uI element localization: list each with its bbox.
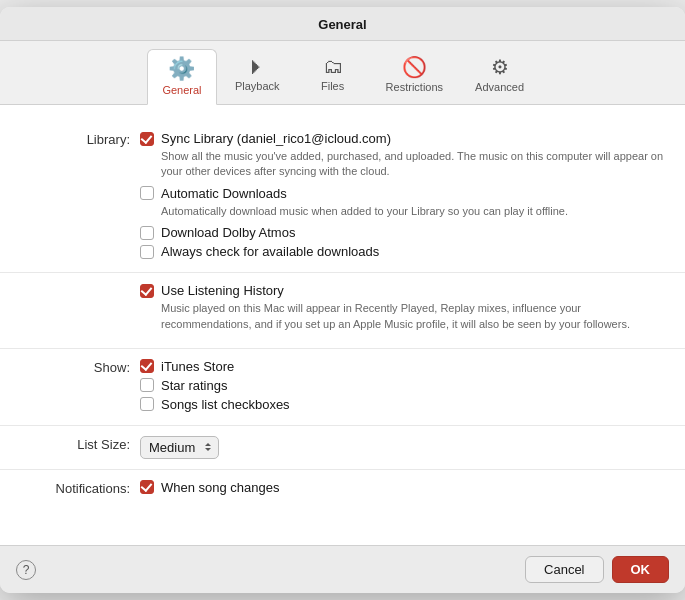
- show-row: Show: iTunes Store Star ratings Songs li…: [0, 355, 685, 419]
- listening-label: [20, 283, 140, 284]
- library-label: Library:: [20, 131, 140, 147]
- library-section: Library: Sync Library (daniel_rico1@iclo…: [0, 121, 685, 273]
- button-group: Cancel OK: [525, 556, 669, 583]
- check-downloads-row: Always check for available downloads: [140, 244, 665, 259]
- list-size-row: List Size: Small Medium Large: [0, 432, 685, 463]
- songs-checkboxes-row: Songs list checkboxes: [140, 397, 665, 412]
- sync-library-checkbox[interactable]: [140, 132, 154, 146]
- tab-playback[interactable]: ⏵ Playback: [221, 49, 294, 104]
- help-button[interactable]: ?: [16, 560, 36, 580]
- ok-button[interactable]: OK: [612, 556, 670, 583]
- dolby-atmos-checkbox[interactable]: [140, 226, 154, 240]
- use-history-label: Use Listening History: [161, 283, 284, 298]
- list-size-label: List Size:: [20, 436, 140, 452]
- when-song-changes-row: When song changes: [140, 480, 665, 495]
- when-song-changes-label: When song changes: [161, 480, 280, 495]
- sync-library-row: Sync Library (daniel_rico1@icloud.com): [140, 131, 665, 146]
- star-ratings-row: Star ratings: [140, 378, 665, 393]
- title-bar: General: [0, 7, 685, 41]
- library-content: Sync Library (daniel_rico1@icloud.com) S…: [140, 131, 665, 262]
- use-history-row: Use Listening History: [140, 283, 665, 298]
- show-label: Show:: [20, 359, 140, 375]
- restrictions-icon: 🚫: [402, 55, 427, 79]
- listening-row: Use Listening History Music played on th…: [0, 279, 685, 342]
- tab-advanced[interactable]: ⚙ Advanced: [461, 49, 538, 104]
- notifications-content: When song changes: [140, 480, 665, 498]
- sync-library-desc: Show all the music you've added, purchas…: [161, 149, 665, 180]
- listening-content: Use Listening History Music played on th…: [140, 283, 665, 338]
- auto-downloads-checkbox[interactable]: [140, 186, 154, 200]
- auto-downloads-label: Automatic Downloads: [161, 186, 287, 201]
- bottom-bar: ? Cancel OK: [0, 545, 685, 593]
- tab-playback-label: Playback: [235, 80, 280, 92]
- star-ratings-checkbox[interactable]: [140, 378, 154, 392]
- list-size-section: List Size: Small Medium Large: [0, 426, 685, 470]
- tab-restrictions[interactable]: 🚫 Restrictions: [372, 49, 457, 104]
- playback-icon: ⏵: [247, 55, 267, 78]
- tab-files[interactable]: 🗂 Files: [298, 49, 368, 104]
- tab-files-label: Files: [321, 80, 344, 92]
- library-row: Library: Sync Library (daniel_rico1@iclo…: [0, 127, 685, 266]
- sync-library-label: Sync Library (daniel_rico1@icloud.com): [161, 131, 391, 146]
- use-history-desc: Music played on this Mac will appear in …: [161, 301, 665, 332]
- toolbar: ⚙️ General ⏵ Playback 🗂 Files 🚫 Restrict…: [0, 41, 685, 105]
- notifications-label: Notifications:: [20, 480, 140, 496]
- cancel-button[interactable]: Cancel: [525, 556, 603, 583]
- list-size-select[interactable]: Small Medium Large: [140, 436, 219, 459]
- list-size-content: Small Medium Large: [140, 436, 665, 459]
- notifications-row: Notifications: When song changes: [0, 476, 685, 502]
- check-downloads-checkbox[interactable]: [140, 245, 154, 259]
- auto-downloads-desc: Automatically download music when added …: [161, 204, 665, 219]
- tab-general[interactable]: ⚙️ General: [147, 49, 217, 105]
- dolby-atmos-row: Download Dolby Atmos: [140, 225, 665, 240]
- songs-checkboxes-label: Songs list checkboxes: [161, 397, 290, 412]
- listening-section: Use Listening History Music played on th…: [0, 273, 685, 349]
- songs-checkboxes-checkbox[interactable]: [140, 397, 154, 411]
- when-song-changes-checkbox[interactable]: [140, 480, 154, 494]
- tab-advanced-label: Advanced: [475, 81, 524, 93]
- tab-general-label: General: [162, 84, 201, 96]
- window-title: General: [318, 17, 366, 32]
- show-content: iTunes Store Star ratings Songs list che…: [140, 359, 665, 415]
- dolby-atmos-label: Download Dolby Atmos: [161, 225, 295, 240]
- general-icon: ⚙️: [168, 56, 195, 82]
- notifications-section: Notifications: When song changes: [0, 470, 685, 508]
- preferences-window: General ⚙️ General ⏵ Playback 🗂 Files 🚫 …: [0, 7, 685, 593]
- itunes-store-label: iTunes Store: [161, 359, 234, 374]
- itunes-store-checkbox[interactable]: [140, 359, 154, 373]
- auto-downloads-row: Automatic Downloads: [140, 186, 665, 201]
- check-downloads-label: Always check for available downloads: [161, 244, 379, 259]
- content-area: Library: Sync Library (daniel_rico1@iclo…: [0, 105, 685, 545]
- advanced-icon: ⚙: [491, 55, 509, 79]
- itunes-store-row: iTunes Store: [140, 359, 665, 374]
- files-icon: 🗂: [323, 55, 343, 78]
- star-ratings-label: Star ratings: [161, 378, 227, 393]
- use-history-checkbox[interactable]: [140, 284, 154, 298]
- tab-restrictions-label: Restrictions: [386, 81, 443, 93]
- show-section: Show: iTunes Store Star ratings Songs li…: [0, 349, 685, 426]
